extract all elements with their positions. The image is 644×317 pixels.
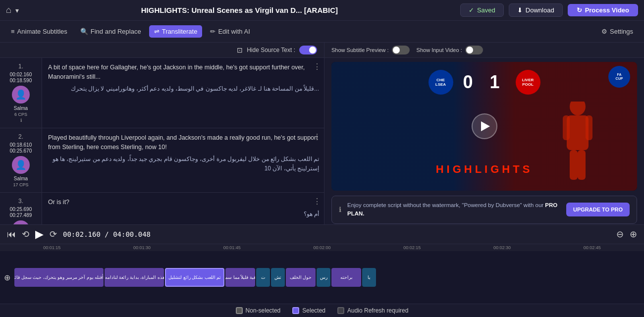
subtitle-time-end: 00:27.489 — [10, 212, 32, 218]
page-title: HIGHLIGHTS: Unreal Scenes as Virgil van … — [19, 6, 460, 14]
main-content: ⊡ Hide Source Text : 1. 00:02.160 00:18.… — [0, 43, 644, 224]
settings-button[interactable]: ⚙ Settings — [596, 25, 638, 38]
hide-source-label: Hide Source Text : — [247, 47, 295, 53]
track-segment[interactable]: رس — [317, 268, 330, 287]
legend-selected: Selected — [292, 307, 325, 314]
subtitle-time-end: 00:25.670 — [10, 148, 32, 154]
download-icon: ⬇ — [517, 6, 523, 14]
subtitle-content[interactable]: ⋮ Played beautifully through Liverpool a… — [42, 128, 324, 192]
zoom-out-button[interactable]: ⊖ — [616, 229, 624, 240]
selected-dot — [292, 307, 299, 314]
home-button[interactable]: ⌂ — [6, 5, 11, 15]
subtitles-list: 1. 00:02.160 00:18.590 👤 Salma 6 CPS ℹ ⋮… — [0, 58, 324, 224]
legend-non-selected: Non-selected — [236, 307, 281, 314]
animate-subtitles-button[interactable]: ≡ Animate Subtitles — [6, 25, 72, 38]
timeline-ruler: 00:01:15 00:01:30 00:01:45 00:02:00 00:0… — [0, 244, 644, 251]
process-video-button[interactable]: ↻ Process Video — [568, 4, 638, 16]
edit-ai-button[interactable]: ✏ Edit with AI — [205, 25, 255, 38]
track-segment[interactable]: الكرة طافية قليلاً مما سمع لتشليل — [225, 268, 255, 287]
track-segment[interactable]: يا — [362, 268, 376, 287]
audio-refresh-label: Audio Refresh required — [347, 307, 408, 314]
playback-bar: ⏮ ⟲ ▶ ⟳ 00:02.160 / 04:00.048 ⊖ ⊕ — [0, 225, 644, 244]
edit-ai-label: Edit with AI — [218, 28, 250, 35]
edit-icon: ✏ — [210, 28, 215, 35]
ruler-mark: 00:02:00 — [277, 245, 367, 250]
saved-icon: ✓ — [469, 6, 474, 14]
upgrade-to-pro-button[interactable]: UPGRADE TO PRO — [566, 203, 630, 216]
transliterate-label: Transliterate — [162, 28, 198, 35]
subtitle-content[interactable]: ⋮ A bit of space here for Gallagher, he'… — [42, 58, 324, 128]
hide-source-toggle[interactable] — [299, 46, 317, 54]
show-subtitle-preview-label: Show Subtitle Preview : — [331, 46, 410, 54]
ruler-mark: 00:02:45 — [547, 245, 637, 250]
ruler-mark: 00:01:30 — [97, 245, 187, 250]
subtitle-time-start: 00:18.610 — [10, 142, 32, 148]
find-replace-button[interactable]: 🔍 Find and Replace — [75, 25, 146, 38]
expand-chevron-button[interactable]: ▾ — [15, 6, 19, 14]
track-segment-selected[interactable]: تم اللعب بشكل رائع لتشليل — [165, 268, 224, 287]
subtitle-time-end: 00:18.590 — [10, 78, 32, 83]
forward-button[interactable]: ⟳ — [50, 229, 57, 240]
video-play-overlay — [331, 62, 637, 191]
speaker-name: Salma — [14, 176, 28, 181]
subtitle-source-text: A bit of space here for Gallagher, he's … — [48, 63, 319, 82]
subtitle-number: 1. — [18, 63, 23, 70]
ruler-mark: 00:02:30 — [457, 245, 547, 250]
video-panel: Show Subtitle Preview : Show Input Video… — [324, 43, 644, 224]
upgrade-text: Enjoy complete script without the waterm… — [347, 201, 560, 218]
legend-bar: Non-selected Selected Audio Refresh requ… — [0, 304, 644, 317]
subtitle-item: 3. 00:25.690 00:27.489 👤 Salma 3 CPS ⋮ O… — [0, 193, 324, 224]
download-label: Download — [526, 6, 554, 14]
play-pause-button[interactable]: ▶ — [35, 228, 44, 241]
track-segment[interactable]: حول الخلف — [286, 268, 316, 287]
avatar: 👤 — [12, 220, 30, 224]
settings-label: Settings — [610, 28, 633, 35]
more-options-button[interactable]: ⋮ — [313, 132, 321, 142]
more-options-button[interactable]: ⋮ — [313, 62, 321, 71]
hide-source-bar: ⊡ Hide Source Text : — [0, 43, 324, 58]
subtitle-item: 2. 00:18.610 00:25.670 👤 Salma 17 CPS ⋮ … — [0, 128, 324, 193]
skip-back-button[interactable]: ⏮ — [7, 229, 16, 240]
subtitle-meta: 1. 00:02.160 00:18.590 👤 Salma 6 CPS ℹ — [0, 58, 42, 128]
track-segment[interactable]: هذه المباراة، بداية رائعة لنادامه، — [105, 268, 164, 287]
process-label: Process Video — [585, 6, 629, 14]
animate-label: Animate Subtitles — [17, 28, 67, 35]
track-segment[interactable]: صوت في أقنله يوم آخر مرمير وهو يتحرك، حي… — [14, 268, 104, 287]
more-options-button[interactable]: ⋮ — [313, 197, 321, 206]
timeline-section: ⏮ ⟲ ▶ ⟳ 00:02.160 / 04:00.048 ⊖ ⊕ 00:01:… — [0, 224, 644, 304]
timeline-tracks: ⊕ صوت في أقنله يوم آخر مرمير وهو يتحرك، … — [0, 251, 644, 304]
track-left-button[interactable]: ⊕ — [0, 273, 14, 282]
subtitle-number: 2. — [18, 133, 23, 140]
transliterate-button[interactable]: ⇌ Transliterate — [149, 25, 203, 38]
subtitle-preview-toggle[interactable] — [392, 46, 410, 54]
top-bar-left: ⌂ ▾ — [6, 5, 19, 15]
subtitle-source-text: Played beautifully through Liverpool aga… — [48, 133, 319, 152]
non-selected-dot — [236, 307, 243, 314]
input-video-toggle[interactable] — [465, 46, 483, 54]
non-selected-label: Non-selected — [246, 307, 281, 314]
saved-label: Saved — [477, 6, 495, 14]
track-content: صوت في أقنله يوم آخر مرمير وهو يتحرك، حي… — [14, 268, 644, 287]
upgrade-banner: ℹ Enjoy complete script without the wate… — [331, 196, 637, 224]
audio-refresh-dot — [337, 307, 344, 314]
subtitle-time-start: 00:25.690 — [10, 207, 32, 212]
rewind-button[interactable]: ⟲ — [22, 229, 29, 240]
zoom-in-button[interactable]: ⊕ — [630, 229, 637, 240]
cps-badge: 17 CPS — [13, 182, 28, 187]
avatar: 👤 — [12, 86, 30, 104]
subtitle-arabic-text: أم هو؟ — [48, 210, 319, 219]
track-segment[interactable]: براحته — [331, 268, 361, 287]
ruler-mark: 00:01:45 — [187, 245, 277, 250]
saved-button[interactable]: ✓ Saved — [460, 3, 504, 17]
video-thumbnail: CHELSEA 0 1 LIVERPOOL HIGHLIGHTS FACUP — [331, 62, 637, 191]
selected-label: Selected — [302, 307, 325, 314]
play-button-large[interactable] — [472, 113, 497, 139]
track-segment[interactable]: تش — [271, 268, 285, 287]
subtitle-number: 3. — [18, 198, 23, 205]
subtitle-source-text: Or is it? — [48, 198, 319, 207]
subtitle-meta: 2. 00:18.610 00:25.670 👤 Salma 17 CPS — [0, 128, 42, 192]
speaker-name: Salma — [14, 106, 28, 111]
track-segment[interactable]: ت — [256, 268, 270, 287]
subtitle-content[interactable]: ⋮ Or is it? أم هو؟ — [42, 193, 324, 224]
download-button[interactable]: ⬇ Download — [509, 3, 563, 17]
